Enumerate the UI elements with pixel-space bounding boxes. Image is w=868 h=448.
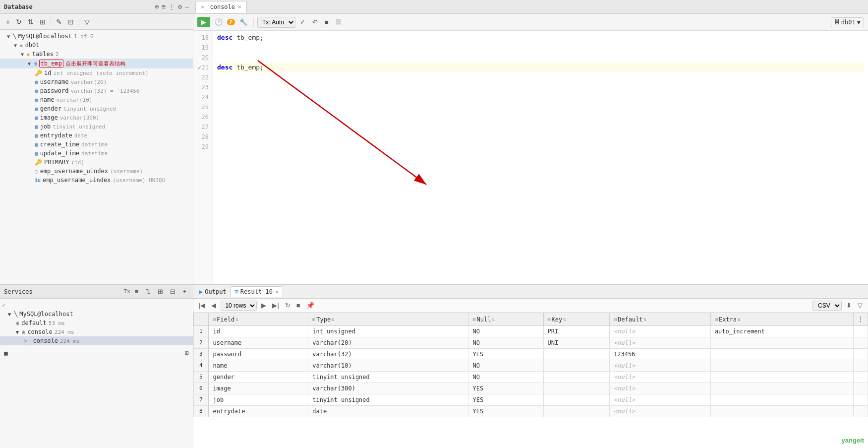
csv-select[interactable]: CSV [812,301,842,311]
rownum-7: 7 [194,394,209,405]
undo-button[interactable]: ↶ [310,17,320,27]
null-3: YES [468,348,543,360]
download-btn[interactable]: ⬇ [845,301,853,310]
th-null-sorter: ⇅ [492,317,495,322]
tree-item-tb-emp[interactable]: ▼ ⊞ tb_emp 点击展开即可查看表结构 [0,59,193,68]
stop-results-btn[interactable]: ■ [295,301,302,310]
wrench-button[interactable]: 🔧 [237,17,250,27]
svc-default[interactable]: ◉ default 53 ms [0,319,193,327]
tree-item-mysql[interactable]: ▼ ╲ MySQL@localhost 1 of 6 [0,32,193,41]
primary-label: PRIMARY [44,159,69,166]
split-icon[interactable]: ⋮ [169,3,175,10]
results-table-scroll[interactable]: ⊞ Field ⇅ ⊞ Type ⇅ [193,313,868,448]
check-button[interactable]: ✓ [297,17,308,27]
svc-pin-btn[interactable]: ⊟ [168,287,178,296]
svc-grid-btn[interactable]: ⊞ [155,287,166,296]
first-page-btn[interactable]: |◀ [197,301,207,310]
svc-add-btn[interactable]: + [180,287,189,296]
result10-tab[interactable]: ⊞ Result 10 ✕ [231,286,284,297]
code-line-23 [217,82,864,92]
th-key[interactable]: ⊞ Key ⇅ [543,313,609,326]
db-selector[interactable]: 🗄 db01 ▼ [831,17,864,27]
settings-icon[interactable]: ⚙ [178,3,182,10]
svc-console-parent-arrow: ▼ [16,329,22,335]
tree-item-update-time[interactable]: ▦ update_time datetime [0,149,193,158]
rows-select[interactable]: 10 rows [221,301,257,311]
prev-page-btn[interactable]: ◀ [210,301,218,310]
tree-item-password[interactable]: ▦ password varchar(32) = '123456' [0,86,193,95]
add-button[interactable]: + [4,17,12,27]
tree-item-entrydate[interactable]: ▦ entrydate date [0,131,193,140]
console-tab[interactable]: >_ console ✕ [195,1,247,13]
th-type[interactable]: ⊞ Type ⇅ [308,313,468,326]
col-icon-gender: ▦ [35,106,38,112]
col-icon-name: ▦ [35,97,38,103]
more-button[interactable]: ⊞ [38,17,48,27]
svc-sort-btn[interactable]: ⇅ [143,287,153,296]
tree-item-username[interactable]: ▦ username varchar(20) [0,77,193,86]
code-editor[interactable]: desc tb_emp; desc tb_emp; [213,31,868,284]
emp-uindex2-type: (username) UNIQU [113,177,165,184]
tree-item-emp-uindex1[interactable]: ○ emp_username_uindex (username) [0,167,193,176]
results-right-controls: CSV ⬇ ▽ [812,301,864,311]
th-default[interactable]: ⊞ Default ⇅ [609,313,710,326]
tree-item-db01[interactable]: ▼ ▪ db01 [0,41,193,50]
th-more[interactable]: ⋮ [854,313,868,326]
th-rownum [194,313,209,326]
last-page-btn[interactable]: ▶| [271,301,280,310]
database-panel: Database ⊕ ≡ ⋮ ⚙ — + ↻ ⇅ ⊞ ✎ [0,0,193,284]
tree-item-image[interactable]: ▦ image varchar(300) [0,113,193,122]
tree-item-emp-uindex2[interactable]: iu emp_username_uindex (username) UNIQU [0,176,193,185]
null-1: NO [468,325,543,337]
th-extra[interactable]: ⊞ Extra ⇅ [710,313,853,326]
tree-item-job[interactable]: ▦ job tinyint unsigned [0,122,193,131]
null-6: YES [468,383,543,394]
tx-select[interactable]: Tx: Auto [257,17,295,28]
extra-3 [710,348,853,360]
refresh-results-btn[interactable]: ↻ [284,301,292,310]
key-4 [543,360,609,371]
run-button[interactable]: ▶ [197,17,210,27]
tree-item-id[interactable]: 🔑 id int unsigned (auto increment) [0,68,193,77]
svc-align-btn[interactable]: ≡ [132,287,141,296]
toolbar-sep-1 [51,17,51,26]
menu-button[interactable]: ☰ [333,17,344,27]
next-page-btn[interactable]: ▶ [260,301,268,310]
svc-mysql[interactable]: ▼ ╲ MySQL@localhost [0,310,193,319]
code-line-29 [217,142,864,152]
minimize-icon[interactable]: — [185,3,189,10]
tree-item-tables[interactable]: ▼ ▪ tables 2 [0,50,193,59]
results-table-body: 1 id int unsigned NO PRI <null> auto_inc… [194,325,868,417]
console-tab-close[interactable]: ✕ [238,3,241,10]
field-8: entrydate [209,405,308,417]
th-field[interactable]: ⊞ Field ⇅ [209,313,308,326]
clock-button[interactable]: 🕐 [212,17,225,27]
result10-tab-close[interactable]: ✕ [276,289,279,295]
list-icon[interactable]: ≡ [162,3,166,10]
tree-arrow-db01: ▼ [14,43,20,48]
image-button[interactable]: ⊡ [66,17,76,27]
globe-icon[interactable]: ⊕ [155,3,159,10]
tree-item-create-time[interactable]: ▦ create_time datetime [0,140,193,149]
tree-item-name[interactable]: ▦ name varchar(10) [0,95,193,104]
p-badge: P [227,19,235,25]
line-21: ✓ 21 [193,63,213,72]
password-label: password [40,87,69,94]
refresh-button[interactable]: ↻ [14,17,24,27]
pin-results-btn[interactable]: 📌 [305,301,316,310]
tree-item-gender[interactable]: ▦ gender tinyint unsigned [0,104,193,113]
code-line-21: desc tb_emp; [217,63,864,72]
stop-button[interactable]: ■ [322,17,331,27]
tree-item-primary[interactable]: 🔑 PRIMARY (id) [0,158,193,167]
svc-console-child[interactable]: >_ console 224 ms [0,336,193,345]
default-3: 123456 [609,348,710,360]
th-null[interactable]: ⊞ Null ⇅ [468,313,543,326]
output-tab[interactable]: ▶ Output [195,287,231,297]
svc-console-parent[interactable]: ▼ ◉ console 224 ms [0,327,193,336]
edit-button[interactable]: ✎ [54,17,64,27]
create-time-label: create_time [40,141,79,148]
filter-results-btn[interactable]: ▽ [856,301,864,310]
filter-button[interactable]: ▽ [82,17,92,27]
sync-button[interactable]: ⇅ [26,17,36,27]
services-header: Services Tx ≡ ⇅ ⊞ ⊟ + [0,285,193,299]
